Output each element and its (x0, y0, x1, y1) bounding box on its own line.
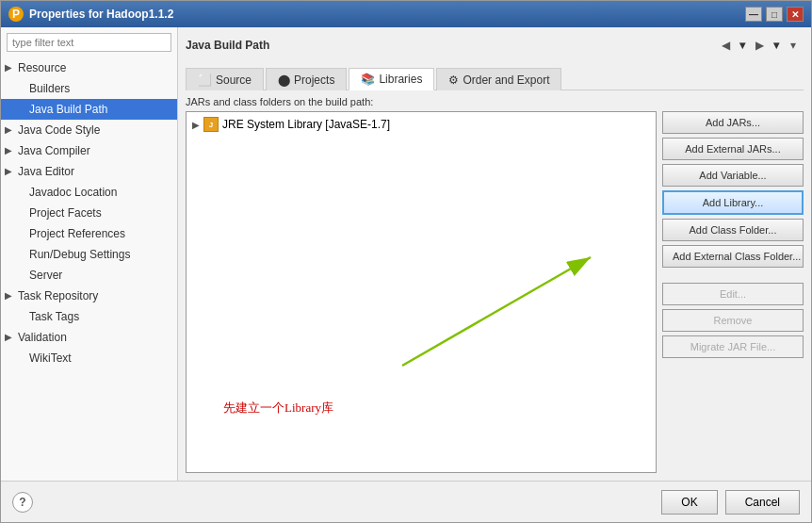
title-controls: — □ ✕ (745, 7, 804, 22)
sidebar-item-label: WikiText (29, 350, 72, 367)
title-bar: P Properties for Hadoop1.1.2 — □ ✕ (1, 1, 811, 27)
sidebar-item-label: Builders (29, 80, 70, 97)
expand-arrow-icon: ▶ (5, 329, 14, 346)
sidebar-item-label: Run/Debug Settings (29, 246, 130, 263)
main-window: P Properties for Hadoop1.1.2 — □ ✕ ▶Reso… (0, 0, 812, 523)
tab-label: Libraries (379, 73, 422, 86)
tab-order-and-export[interactable]: ⚙Order and Export (436, 68, 561, 90)
sidebar-item-javadoc-location[interactable]: Javadoc Location (1, 182, 177, 203)
window-icon: P (8, 7, 24, 22)
expand-arrow-icon: ▶ (5, 163, 14, 180)
sidebar-item-label: Task Tags (29, 308, 79, 325)
tab-icon: ⚙ (448, 74, 459, 87)
sidebar-item-server[interactable]: Server (1, 265, 177, 286)
right-panel: Java Build Path ◀ ▾ ▶ ▾ ▾ ⬜Source⬤Projec… (178, 27, 811, 481)
nav-menu-button[interactable]: ▾ (783, 35, 804, 56)
btn-add-jars-[interactable]: Add JARs... (662, 111, 804, 134)
sidebar-item-java-build-path[interactable]: Java Build Path (1, 99, 177, 120)
sidebar-item-validation[interactable]: ▶Validation (1, 327, 177, 348)
filter-input[interactable] (7, 33, 171, 52)
btn-add-external-jars-[interactable]: Add External JARs... (662, 138, 804, 160)
sidebar-item-project-references[interactable]: Project References (1, 223, 177, 244)
btn-add-variable-[interactable]: Add Variable... (662, 164, 804, 187)
tab-icon: 📚 (361, 73, 375, 86)
sidebar-item-label: Java Build Path (29, 101, 107, 118)
btn-add-library-[interactable]: Add Library... (662, 190, 804, 215)
panel-title: Java Build Path (186, 39, 269, 52)
sidebar-item-label: Resource (18, 59, 66, 76)
build-path-list[interactable]: ▶JJRE System Library [JavaSE-1.7] (186, 111, 657, 473)
expand-arrow-icon: ▶ (5, 287, 14, 304)
tab-icon: ⬜ (198, 74, 212, 87)
expand-icon: ▶ (192, 120, 200, 130)
tab-label: Source (216, 74, 252, 87)
bottom-bar: ? OK Cancel (1, 481, 811, 522)
buttons-panel: Add JARs...Add External JARs...Add Varia… (662, 111, 804, 473)
nav-back-button[interactable]: ◀ (715, 35, 736, 56)
sidebar-item-label: Java Code Style (18, 122, 100, 139)
tabs: ⬜Source⬤Projects📚Libraries⚙Order and Exp… (186, 67, 804, 90)
jar-icon: J (203, 117, 219, 132)
btn-add-class-folder-[interactable]: Add Class Folder... (662, 219, 804, 241)
help-button[interactable]: ? (12, 492, 33, 513)
sidebar-item-builders[interactable]: Builders (1, 78, 177, 99)
sidebar-item-java-code-style[interactable]: ▶Java Code Style (1, 120, 177, 140)
sidebar-item-task-repository[interactable]: ▶Task Repository (1, 286, 177, 306)
ok-button[interactable]: OK (661, 490, 717, 515)
close-button[interactable]: ✕ (787, 7, 804, 22)
btn-edit-: Edit... (662, 283, 804, 305)
sidebar: ▶ResourceBuildersJava Build Path▶Java Co… (1, 27, 178, 481)
sidebar-item-java-compiler[interactable]: ▶Java Compiler (1, 140, 177, 161)
list-item-label: JRE System Library [JavaSE-1.7] (222, 118, 390, 131)
build-path-main: ▶JJRE System Library [JavaSE-1.7] 先建立一个L… (186, 111, 804, 473)
minimize-button[interactable]: — (745, 7, 762, 22)
sidebar-item-label: Project Facets (29, 204, 102, 221)
sidebar-item-label: Javadoc Location (29, 184, 117, 201)
maximize-button[interactable]: □ (766, 7, 783, 22)
expand-arrow-icon: ▶ (5, 122, 14, 139)
sidebar-item-project-facets[interactable]: Project Facets (1, 203, 177, 223)
sidebar-item-label: Task Repository (18, 287, 98, 304)
window-title: Properties for Hadoop1.1.2 (29, 8, 745, 21)
cancel-button[interactable]: Cancel (725, 490, 800, 515)
build-path-area: JARs and class folders on the build path… (186, 96, 804, 473)
btn-add-external-class-folder-[interactable]: Add External Class Folder... (662, 245, 804, 268)
tab-projects[interactable]: ⬤Projects (266, 68, 347, 90)
tab-label: Projects (294, 74, 334, 87)
expand-arrow-icon: ▶ (5, 142, 14, 159)
sidebar-item-task-tags[interactable]: Task Tags (1, 306, 177, 327)
panel-nav-icons: ◀ ▾ ▶ ▾ ▾ (715, 35, 804, 56)
panel-title-bar: Java Build Path ◀ ▾ ▶ ▾ ▾ (186, 35, 804, 59)
sidebar-item-wikitext[interactable]: WikiText (1, 348, 177, 368)
bottom-right: OK Cancel (661, 490, 800, 515)
sidebar-item-label: Project References (29, 225, 125, 242)
sidebar-items-container: ▶ResourceBuildersJava Build Path▶Java Co… (1, 57, 177, 368)
sidebar-item-run/debug-settings[interactable]: Run/Debug Settings (1, 244, 177, 265)
tab-icon: ⬤ (278, 74, 290, 87)
list-container-wrapper: ▶JJRE System Library [JavaSE-1.7] 先建立一个L… (186, 111, 657, 473)
tab-libraries[interactable]: 📚Libraries (349, 68, 434, 90)
nav-forward-button[interactable]: ▶ (749, 35, 770, 56)
sidebar-item-java-editor[interactable]: ▶Java Editor (1, 161, 177, 182)
tab-label: Order and Export (463, 74, 549, 87)
build-path-label: JARs and class folders on the build path… (186, 96, 804, 107)
main-content: ▶ResourceBuildersJava Build Path▶Java Co… (1, 27, 811, 481)
sidebar-item-label: Java Compiler (18, 142, 90, 159)
btn-remove: Remove (662, 309, 804, 332)
expand-arrow-icon: ▶ (5, 59, 14, 76)
sidebar-item-label: Validation (18, 329, 67, 346)
sidebar-item-resource[interactable]: ▶Resource (1, 57, 177, 78)
bottom-left: ? (12, 492, 33, 513)
sidebar-item-label: Server (29, 267, 62, 284)
btn-migrate-jar-file-: Migrate JAR File... (662, 335, 804, 358)
list-item[interactable]: ▶JJRE System Library [JavaSE-1.7] (188, 114, 654, 135)
sidebar-item-label: Java Editor (18, 163, 74, 180)
tab-source[interactable]: ⬜Source (186, 68, 264, 90)
